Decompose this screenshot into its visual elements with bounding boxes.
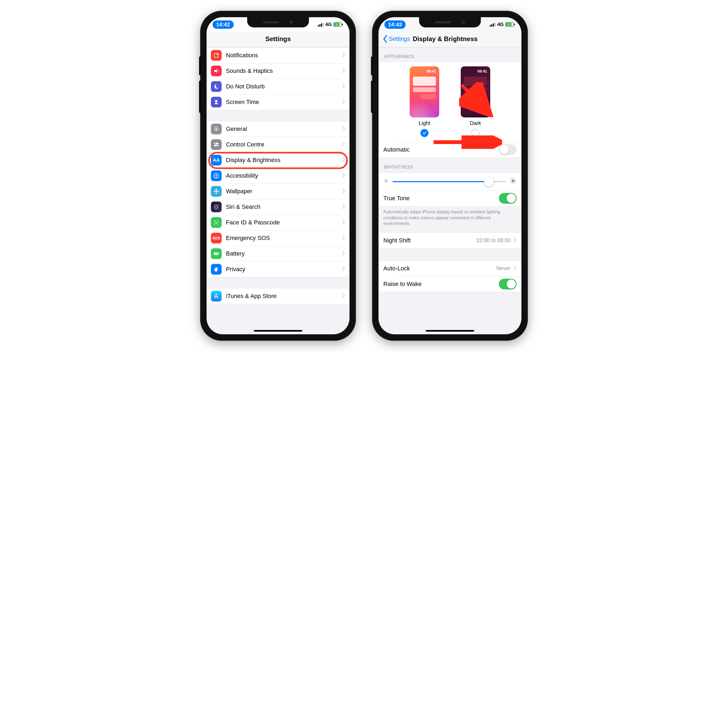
row-faceid[interactable]: Face ID & Passcode [207,215,350,230]
section-header-brightness: BRIGHTNESS [378,158,521,172]
sun-large-icon [510,177,517,186]
svg-point-1 [217,54,218,55]
row-nightshift[interactable]: Night Shift 22:00 to 08:00 [378,233,521,248]
chevron-icon [342,266,345,272]
brightness-slider[interactable] [378,172,521,191]
row-dnd[interactable]: Do Not Disturb [207,79,350,94]
radio-dark[interactable] [471,129,480,137]
siri-icon [211,201,222,212]
row-display[interactable]: AA Display & Brightness [207,152,350,168]
appearance-picker: 09:41 Light 09:41 Dark [378,62,521,142]
flower-icon [211,186,222,197]
svg-point-9 [215,191,217,192]
row-battery[interactable]: Battery [207,246,350,262]
back-button[interactable]: Settings [383,35,410,43]
faceid-icon [211,217,222,228]
hourglass-icon [211,97,222,107]
battery-icon: ⚡ [334,22,342,27]
notch [419,17,481,27]
chevron-icon [342,235,345,241]
chevron-icon [342,141,345,148]
home-indicator[interactable] [254,330,302,331]
truetone-toggle[interactable] [499,193,517,204]
page-title: Display & Brightness [413,35,478,43]
phone-left: 14:42 4G ⚡ Settings Notifications [200,11,356,341]
row-label: Accessibility [226,172,342,179]
toggles-icon [211,139,222,150]
hand-icon [211,264,222,275]
autolock-label: Auto-Lock [383,265,497,272]
row-label: Wallpaper [226,188,342,195]
row-truetone[interactable]: True Tone [378,191,521,206]
svg-point-11 [216,193,217,194]
row-autolock[interactable]: Auto-Lock Never [378,261,521,276]
svg-point-14 [214,205,218,209]
row-itunes[interactable]: iTunes & App Store [207,288,350,304]
screen: 14:43 4G ⚡ Settings Display & Brightness… [378,17,521,334]
chevron-icon [513,265,517,272]
accessibility-icon [211,171,222,181]
chevron-icon [342,52,345,59]
sounds-icon [211,65,222,76]
light-preview: 09:41 [410,67,439,117]
svg-point-12 [214,191,215,192]
light-label: Light [419,120,430,126]
row-wallpaper[interactable]: Wallpaper [207,184,350,199]
row-screentime[interactable]: Screen Time [207,94,350,110]
row-general[interactable]: General [207,121,350,137]
row-raisetowake[interactable]: Raise to Wake [378,276,521,292]
screen: 14:42 4G ⚡ Settings Notifications [207,17,350,334]
appearance-option-light[interactable]: 09:41 Light [410,67,439,137]
row-privacy[interactable]: Privacy [207,262,350,277]
svg-point-2 [215,128,217,130]
row-sos[interactable]: SOS Emergency SOS [207,230,350,246]
page-title: Settings [207,35,350,43]
svg-rect-20 [214,253,218,254]
truetone-description: Automatically adapt iPhone display based… [378,206,521,233]
svg-point-13 [218,191,219,192]
back-label: Settings [389,35,410,42]
row-label: General [226,126,342,133]
chevron-icon [342,68,345,74]
home-indicator[interactable] [426,330,474,331]
svg-point-10 [216,189,217,190]
radio-light[interactable] [420,129,429,137]
row-label: Emergency SOS [226,234,342,242]
row-sounds[interactable]: Sounds & Haptics [207,63,350,79]
slider-knob[interactable] [484,177,494,187]
settings-list[interactable]: Notifications Sounds & Haptics Do Not Di… [207,47,350,334]
svg-rect-3 [214,143,219,145]
notch [247,17,309,27]
network-label: 4G [325,22,332,27]
moon-icon [211,81,222,92]
raise-toggle[interactable] [499,279,517,289]
svg-point-17 [217,222,217,222]
svg-point-15 [215,206,217,208]
svg-point-6 [217,145,218,146]
automatic-toggle[interactable] [499,144,517,155]
chevron-icon [342,293,345,299]
chevron-icon [342,250,345,257]
appearance-option-dark[interactable]: 09:41 Dark [461,67,490,137]
slider-track[interactable] [393,181,506,182]
automatic-label: Automatic [383,146,499,153]
nav-bar: Settings [207,32,350,47]
row-controlcentre[interactable]: Control Centre [207,137,350,152]
nightshift-value: 22:00 to 08:00 [476,237,511,243]
chevron-icon [342,172,345,179]
battery-icon: ⚡ [505,22,514,27]
row-automatic[interactable]: Automatic [378,142,521,158]
display-settings[interactable]: APPEARANCE 09:41 Light [378,47,521,334]
svg-line-36 [515,182,515,183]
row-label: Sounds & Haptics [226,68,342,74]
row-accessibility[interactable]: Accessibility [207,168,350,184]
chevron-icon [342,83,345,90]
chevron-icon [513,237,517,244]
battery-row-icon [211,248,222,259]
row-notifications[interactable]: Notifications [207,48,350,63]
signal-icon [318,23,324,27]
row-label: Display & Brightness [226,157,342,163]
nav-bar: Settings Display & Brightness [378,32,521,47]
svg-line-35 [511,179,511,179]
row-siri[interactable]: Siri & Search [207,199,350,215]
